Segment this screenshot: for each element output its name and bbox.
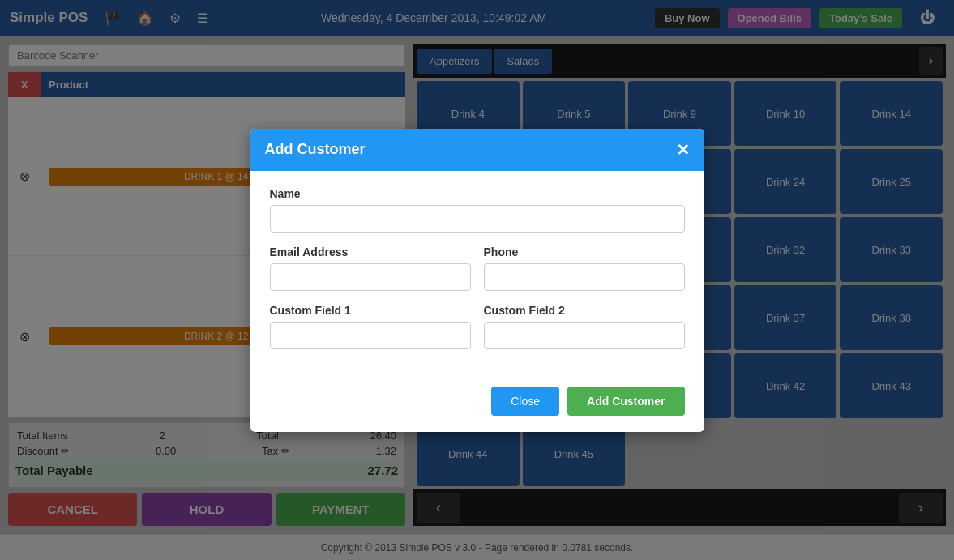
name-field-group: Name — [270, 187, 685, 233]
phone-input[interactable] — [484, 263, 685, 291]
custom2-field-group: Custom Field 2 — [484, 304, 685, 349]
email-input[interactable] — [270, 263, 471, 291]
name-input[interactable] — [270, 205, 685, 233]
email-label: Email Address — [270, 246, 471, 259]
modal-footer: Close Add Customer — [250, 378, 704, 432]
close-modal-button[interactable]: Close — [491, 387, 559, 416]
custom2-label: Custom Field 2 — [484, 304, 685, 317]
add-customer-button[interactable]: Add Customer — [567, 387, 684, 416]
email-phone-row: Email Address Phone — [270, 246, 685, 304]
modal-close-button[interactable]: ✕ — [676, 140, 690, 160]
email-field-group: Email Address — [270, 246, 471, 291]
modal-header: Add Customer ✕ — [250, 129, 704, 171]
add-customer-modal: Add Customer ✕ Name Email Address Phone — [250, 129, 704, 432]
phone-label: Phone — [484, 246, 685, 259]
phone-field-group: Phone — [484, 246, 685, 291]
custom1-field-group: Custom Field 1 — [270, 304, 471, 349]
modal-title: Add Customer — [265, 141, 366, 158]
modal-overlay: Add Customer ✕ Name Email Address Phone — [0, 0, 954, 560]
name-label: Name — [270, 187, 685, 200]
custom1-input[interactable] — [270, 322, 471, 349]
modal-body: Name Email Address Phone Custom Field 1 — [250, 171, 704, 378]
custom1-label: Custom Field 1 — [270, 304, 471, 317]
custom-fields-row: Custom Field 1 Custom Field 2 — [270, 304, 685, 362]
custom2-input[interactable] — [484, 322, 685, 349]
